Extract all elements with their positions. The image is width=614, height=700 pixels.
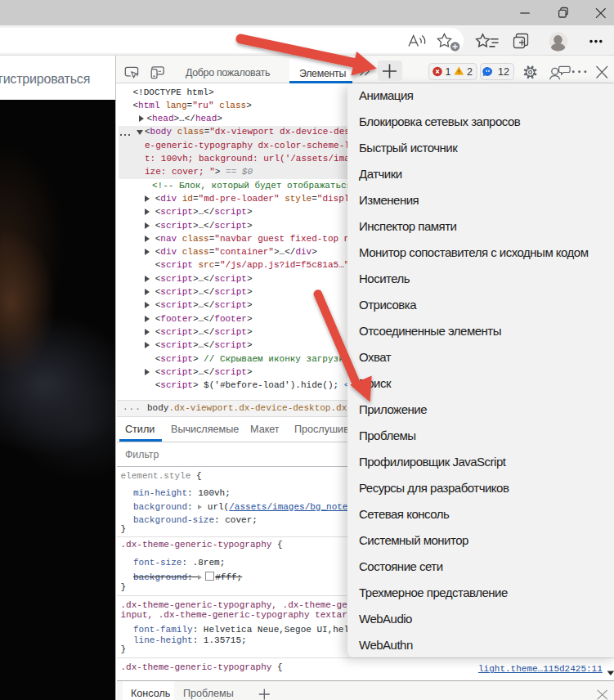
svg-text:2: 2 bbox=[467, 66, 473, 78]
svg-text:12: 12 bbox=[498, 66, 509, 78]
svg-text:1: 1 bbox=[446, 66, 451, 78]
